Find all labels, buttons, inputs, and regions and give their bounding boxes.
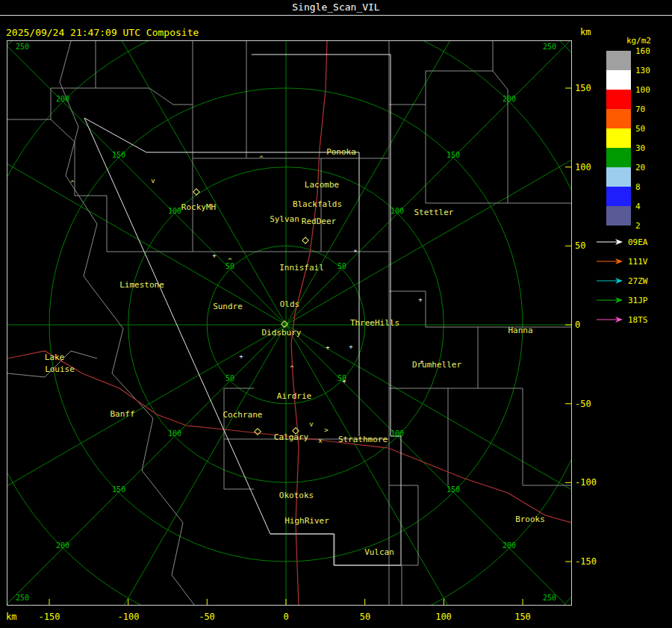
radar-site-marker-icon: [302, 237, 308, 243]
bottom-axis-label: -50: [199, 612, 215, 622]
station-id-label: 18TS: [628, 315, 648, 325]
station-id-label: 111V: [628, 257, 648, 267]
colorbar-swatch: [606, 187, 631, 206]
station-id-label: 09EA: [628, 237, 648, 247]
city-label: Ponoka: [326, 147, 356, 157]
range-ring-label: 50: [225, 374, 234, 382]
colorbar-value-label: 30: [635, 143, 645, 153]
county-boundary: [426, 105, 508, 203]
bottom-axis-unit: km: [6, 612, 16, 622]
county-boundary: [389, 41, 493, 105]
county-boundary: [7, 41, 96, 119]
colorbar-swatch: [606, 90, 631, 109]
bottom-axis-label: 100: [435, 612, 452, 622]
county-boundary: [60, 41, 194, 605]
right-axis-label: -150: [575, 556, 605, 567]
map-frame: 5050505010010010010015015015015020020020…: [7, 40, 572, 606]
scan-area-outline: [84, 55, 401, 565]
bottom-axis-label: 150: [514, 612, 531, 622]
range-ring-label: 150: [112, 151, 125, 159]
city-label: HighRiver: [284, 516, 329, 526]
vector-marker-icon: v: [151, 177, 155, 184]
colorbar-swatch: [606, 148, 631, 167]
station-arrow-icon: [595, 296, 623, 304]
city-label: Calgary: [274, 432, 309, 442]
city-label: Blackfalds: [293, 199, 342, 209]
city-label: Airdrie: [277, 391, 311, 401]
vector-marker-icon: v: [309, 420, 313, 428]
right-axis-label: -100: [575, 477, 605, 488]
city-label: Olds: [280, 299, 300, 309]
station-arrow-icon: [595, 238, 623, 246]
range-ring-label: 150: [112, 485, 125, 494]
spot-marker-icon: +: [239, 352, 243, 360]
city-label: Okotoks: [279, 491, 314, 500]
vector-marker-icon: ^: [290, 364, 294, 372]
right-axis-label: 100: [575, 162, 605, 172]
colorbar-swatch: [606, 128, 631, 148]
county-boundary: [51, 119, 107, 252]
station-arrow-icon: [595, 316, 623, 323]
station-legend-item: 09EA: [595, 237, 648, 246]
city-label: Stettler: [414, 208, 454, 217]
colorbar-value-label: 2: [635, 221, 641, 231]
spot-marker-icon: +: [418, 296, 423, 303]
bottom-axis-label: -150: [39, 612, 60, 622]
window-title: Single_Scan_VIL: [292, 1, 379, 13]
spot-marker-icon: +: [342, 377, 346, 385]
bottom-axis-label: -100: [118, 612, 140, 622]
range-ring-label: 50: [337, 262, 346, 270]
colorbar-value-label: 20: [635, 163, 645, 172]
bottom-axis-label: 50: [360, 612, 370, 622]
colorbar-value-label: 130: [635, 66, 650, 75]
vector-marker-icon: >: [324, 426, 329, 434]
radar-map[interactable]: 5050505010010010010015015015015020020020…: [7, 41, 571, 605]
colorbar-swatch: [606, 51, 631, 70]
county-boundary: [96, 41, 193, 105]
station-id-label: 31JP: [628, 296, 648, 305]
range-ring-label: 250: [16, 43, 29, 51]
right-axis-label: -50: [575, 399, 605, 409]
city-label: Strathmore: [338, 435, 388, 444]
city-label: Brooks: [515, 514, 545, 524]
city-label: Cochrane: [223, 410, 263, 420]
station-arrow-icon: [595, 258, 623, 265]
city-label: Lake: [45, 352, 65, 362]
station-legend-item: 18TS: [595, 315, 648, 324]
city-label: Hanna: [508, 326, 532, 335]
colorbar-value-label: 4: [635, 202, 641, 211]
colorbar-unit-label: kg/m2: [602, 36, 651, 46]
colorbar-swatch: [606, 206, 631, 226]
county-boundary: [193, 41, 246, 158]
city-label: Lacombe: [305, 180, 339, 190]
city-label: Limestone: [119, 280, 164, 290]
highway-line: [293, 437, 571, 523]
right-axis-unit: km: [580, 27, 591, 37]
county-boundary: [389, 291, 571, 327]
range-ring-label: 100: [391, 207, 404, 215]
city-label: Louise: [45, 364, 75, 374]
spot-marker-icon: +: [420, 358, 424, 365]
bottom-axis-label: 0: [283, 612, 288, 622]
range-ring-label: 150: [447, 485, 460, 494]
county-boundary: [493, 71, 571, 203]
range-ring-label: 100: [168, 429, 181, 438]
city-label: Innisfail: [279, 263, 324, 273]
city-label: Sundre: [213, 302, 243, 311]
range-ring-label: 200: [503, 95, 516, 103]
range-ring-label: 200: [503, 541, 516, 550]
colorbar-swatch: [606, 70, 631, 90]
title-bar: Single_Scan_VIL: [0, 0, 672, 16]
spot-marker-icon: +: [349, 343, 353, 350]
station-legend-item: 31JP: [595, 296, 648, 305]
radar-site-marker-icon: [193, 189, 199, 195]
radar-site-marker-icon: [255, 429, 261, 435]
station-legend-item: 27ZW: [595, 276, 648, 285]
colorbar-swatch: [606, 167, 631, 187]
spot-marker-icon: *: [353, 249, 357, 256]
city-label: Vulcan: [364, 547, 394, 557]
range-ring-label: 150: [447, 151, 460, 159]
range-ring-label: 200: [56, 95, 69, 103]
scan-timestamp: 2025/09/24 21:47:09 UTC Composite: [6, 27, 199, 38]
county-boundary: [270, 534, 402, 605]
